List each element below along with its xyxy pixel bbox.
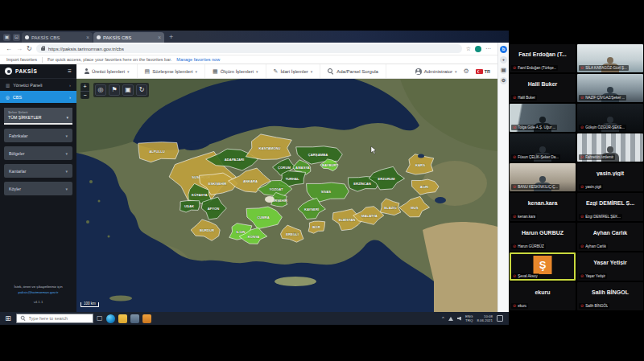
collections-icon[interactable]: ▤ <box>500 67 507 74</box>
refresh-icon[interactable]: ↻ <box>27 46 32 52</box>
sidebar-section-label: Kantarlar <box>9 169 27 174</box>
pinned-tab-icon-2[interactable]: ⊡ <box>13 34 20 41</box>
add-panel-icon[interactable]: + <box>500 56 507 64</box>
start-button[interactable]: ⊞ <box>3 312 13 325</box>
province-label: ELAZIĞ <box>384 206 396 210</box>
taskbar-search[interactable] <box>16 314 93 323</box>
participant-tile[interactable]: ⊘Füsun ÇELİK-Şeker Da... <box>510 133 576 162</box>
chevron-right-icon: › <box>69 95 71 100</box>
participant-tile[interactable]: Ayhan Carlık⊘Ayhan Carlık <box>577 223 643 251</box>
participant-tile[interactable]: ⊘SİLA KARAGÖZ-Gözl Ş... <box>577 44 643 72</box>
participant-tile[interactable]: ⊘Fahrettin özdemir <box>577 133 643 162</box>
participant-tile[interactable]: yasin.yigit⊘yasin.yigit <box>577 163 643 191</box>
participant-label-text: Fazıl Erdoğan (Türkşe... <box>518 65 556 71</box>
back-icon[interactable]: ← <box>6 46 12 52</box>
pinned-app-icon-2[interactable] <box>142 314 151 323</box>
zoom-in-button[interactable]: + <box>80 83 89 91</box>
mic-muted-icon: ⊘ <box>580 244 584 249</box>
participant-name: Ayhan Carlık <box>577 230 643 236</box>
panel-settings-icon[interactable]: ⚙ <box>500 77 507 84</box>
browser-profile-avatar[interactable] <box>475 46 481 52</box>
sidebar-section-b-lgeler[interactable]: Bölgeler▾ <box>4 146 72 160</box>
forward-icon[interactable]: → <box>16 46 23 52</box>
participant-tile[interactable]: Ezgi DEMİREL Ş...⊘Ezgi DEMİREL ŞEK... <box>577 193 643 221</box>
feedback-link[interactable]: paksis@tarimorman.gov.tr <box>0 290 76 296</box>
search-input[interactable] <box>29 316 89 321</box>
participant-label-text: Yaşar Yetişir <box>585 273 605 279</box>
url-field[interactable]: https://paksis.tarimorman.gov.tr/cbs <box>36 44 462 53</box>
participant-tile[interactable]: ⊘Tolga Göle A.Ş. Uğur ... <box>510 104 576 132</box>
sidebar-section-label: Köyler <box>9 187 21 191</box>
import-favorites-link[interactable]: Import favorites <box>6 57 37 62</box>
browser-menu-icon[interactable]: ⋯ <box>485 46 492 52</box>
province-label: ALPULLU <box>149 150 165 154</box>
browser-tab[interactable]: PAKSİS CBS× <box>22 32 93 43</box>
manage-favorites-link[interactable]: Manage favorites now <box>176 57 220 62</box>
volume-icon[interactable] <box>457 317 461 321</box>
task-view-button[interactable]: ▢ <box>97 312 103 325</box>
new-tab-button[interactable]: + <box>165 32 177 43</box>
locate-button[interactable]: ◎ <box>95 84 106 96</box>
menu-retici-i-lemleri[interactable]: Üretici İşlemleri▾ <box>76 64 138 78</box>
file-explorer-icon[interactable] <box>118 314 127 323</box>
bing-icon[interactable]: b <box>500 46 507 53</box>
layers-button[interactable]: ▣ <box>122 84 134 96</box>
sidebar-section-k-yler[interactable]: Köyler▾ <box>4 182 72 195</box>
menu-ada-parsel-sorgula[interactable]: Ada/Parsel Sorgula <box>320 64 386 78</box>
tray-expand-icon[interactable]: ^ <box>442 316 444 321</box>
refresh-map-button[interactable]: ↻ <box>136 84 147 96</box>
participant-tile[interactable]: ⊘BANU KESKİNKILIÇ-Ç... <box>510 163 576 191</box>
browser-tab[interactable]: PAKSİS CBS× <box>93 32 164 43</box>
zoom-out-button[interactable]: − <box>80 91 89 99</box>
company-filter-select[interactable]: Şeker Şirketi TÜM ŞİRKETLER ▾ <box>4 108 72 125</box>
lake-ne <box>418 154 424 158</box>
participant-tile[interactable]: ⊘Gökşin ÖZGÜR-ŞEKE... <box>577 104 643 132</box>
map-canvas[interactable]: ALPULLUSUSURLUKADAPAZARIKASTAMONUÇARŞAMB… <box>76 79 497 312</box>
feedback-text: İstek, öneri ve şikayetleriniz için <box>0 285 76 290</box>
participant-label: ⊘Ezgi DEMİREL ŞEK... <box>579 214 622 219</box>
edge-taskbar-icon[interactable] <box>106 314 115 323</box>
participant-tile[interactable]: Harun GÜRBÜZ⊘Harun GÜRBÜZ <box>510 223 576 251</box>
province-label: ELBİSTAN <box>339 218 356 222</box>
sidebar-section-fabrikalar[interactable]: Fabrikalar▾ <box>4 129 72 142</box>
menu-label: İdari İşlemler <box>280 69 308 74</box>
menu-l-m-i-lemleri[interactable]: ▦Ölçüm İşlemleri▾ <box>205 64 266 78</box>
participant-tile[interactable]: Salih BİNGÖL⊘Salih BİNGÖL <box>577 282 643 310</box>
marker-button[interactable]: ⚑ <box>109 84 120 96</box>
pinned-tab-icon-1[interactable]: ▣ <box>3 34 10 41</box>
notification-center-icon[interactable] <box>497 315 503 322</box>
user-menu[interactable]: Administrator ▾ <box>415 68 457 75</box>
participant-name: ekuru <box>510 289 576 295</box>
participant-label: ⊘Harun GÜRBÜZ <box>511 244 546 249</box>
language-switch[interactable]: TR <box>476 69 490 74</box>
participant-tile[interactable]: Yaşar Yetişir⊘Yaşar Yetişir <box>577 252 643 281</box>
lock-icon <box>41 47 45 51</box>
menu-s-zle-me-i-lemleri[interactable]: ▤Sözleşme İşlemleri▾ <box>138 64 206 78</box>
participant-tile[interactable]: kenan.kara⊘kenan.kara <box>510 193 576 221</box>
participant-tile[interactable]: Fazıl Erdoğan (T...⊘Fazıl Erdoğan (Türkş… <box>510 44 576 72</box>
wifi-icon[interactable] <box>448 317 453 321</box>
app-toolbar: Üretici İşlemleri▾▤Sözleşme İşlemleri▾▦Ö… <box>76 64 497 79</box>
search-icon <box>328 68 334 75</box>
participant-tile[interactable]: Halil Buker⊘Halil Buker <box>510 74 576 102</box>
sidebar-item-y-netici-paneli[interactable]: ▥Yönetici Paneli› <box>0 79 76 91</box>
taskbar-clock[interactable]: 10:08 8.06.2021 <box>477 314 493 323</box>
sidebar-item-cbs[interactable]: ◎CBS› <box>0 91 76 103</box>
sidebar-section-label: Fabrikalar <box>9 133 28 138</box>
favorite-star-icon[interactable]: ☆ <box>466 46 471 52</box>
sidebar-section-kantarlar[interactable]: Kantarlar▾ <box>4 164 72 178</box>
close-icon[interactable]: × <box>86 35 89 40</box>
pinned-app-icon-1[interactable] <box>130 314 139 323</box>
menu-i-dari-i-lemler[interactable]: ✎İdari İşlemler▾ <box>266 64 321 78</box>
participant-tile[interactable]: ⊘NAZİF ÇİVGAZ/Şeker ... <box>577 74 643 102</box>
language-indicator[interactable]: ENG TRQ <box>465 314 473 323</box>
participant-tile[interactable]: Ş⊘Şeval Aksoy <box>510 252 576 281</box>
close-icon[interactable]: × <box>158 35 161 40</box>
participant-label: ⊘Şeval Aksoy <box>511 273 539 279</box>
settings-gear-icon[interactable]: ⚙ <box>463 68 469 75</box>
participant-label: ⊘Ayhan Carlık <box>579 244 608 249</box>
lake-van <box>435 197 446 203</box>
participant-tile[interactable]: ekuru⊘ekuru <box>510 282 576 310</box>
hamburger-menu-icon[interactable]: ≡ <box>68 68 72 75</box>
sidebar-header: PAKSİS ≡ <box>0 64 76 79</box>
